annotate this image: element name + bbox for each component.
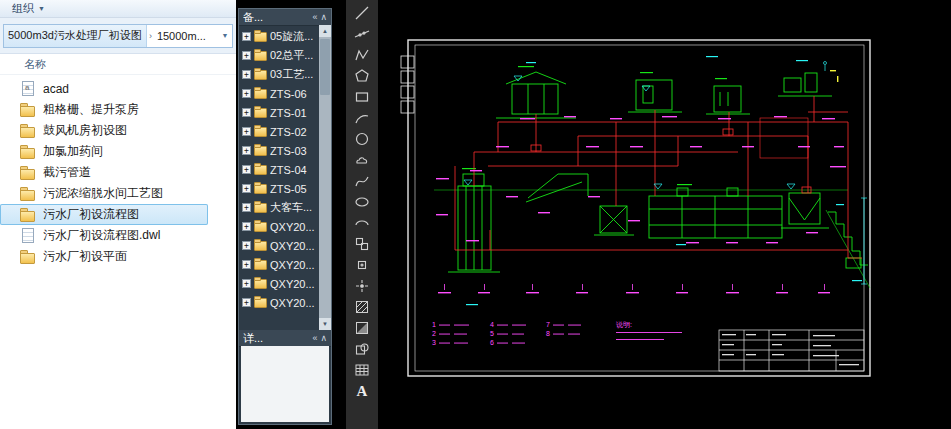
file-row[interactable]: 污泥浓缩脱水间工艺图: [0, 183, 208, 204]
ellipse-icon[interactable]: [351, 192, 373, 212]
polygon-icon[interactable]: [351, 66, 373, 86]
expand-plus-icon[interactable]: +: [242, 184, 251, 193]
expand-plus-icon[interactable]: +: [242, 241, 251, 250]
sheet-tree-item[interactable]: + ZTS-01: [239, 103, 319, 122]
spline-icon[interactable]: [351, 171, 373, 191]
breadcrumb-parent[interactable]: 5000m3d污水处理厂初设图: [4, 25, 147, 47]
svg-text:说明:: 说明:: [616, 321, 632, 329]
sheet-tree-item[interactable]: + 03工艺...: [239, 65, 319, 84]
process-units: [434, 66, 870, 288]
palette-scrollbar[interactable]: ▲ ▼: [319, 25, 331, 330]
sheet-name: 02总平...: [270, 48, 313, 63]
cad-canvas[interactable]: 1 2 3 4 5 6 7 8 说明:: [378, 0, 951, 429]
sheet-tree-item[interactable]: + ZTS-03: [239, 141, 319, 160]
sheet-tree-item[interactable]: + QXY20...: [239, 255, 319, 274]
region-icon[interactable]: [351, 339, 373, 359]
insert-block-icon[interactable]: [351, 234, 373, 254]
sheet-tree-item[interactable]: + ZTS-02: [239, 122, 319, 141]
draw-toolbar: A: [346, 0, 378, 429]
collapse-up-icon[interactable]: ∧: [320, 333, 327, 343]
make-block-icon[interactable]: [351, 255, 373, 275]
multiline-text-icon[interactable]: A: [351, 381, 373, 401]
expand-plus-icon[interactable]: +: [242, 70, 251, 79]
file-row[interactable]: 加氯加药间: [0, 141, 208, 162]
ellipse-arc-icon[interactable]: [351, 213, 373, 233]
sheet-tree-item[interactable]: + 02总平...: [239, 46, 319, 65]
palette-header: 备... « ∧: [239, 9, 331, 26]
expand-plus-icon[interactable]: +: [242, 260, 251, 269]
file-name: 污泥浓缩脱水间工艺图: [43, 185, 163, 202]
breadcrumb-current[interactable]: 15000m...: [154, 30, 209, 42]
file-icon: [20, 102, 36, 117]
sheet-tree-item[interactable]: + QXY20...: [239, 293, 319, 312]
palette-title: 备...: [243, 10, 309, 25]
expand-plus-icon[interactable]: +: [242, 146, 251, 155]
sheet-name: QXY20...: [270, 297, 315, 309]
expand-plus-icon[interactable]: +: [242, 165, 251, 174]
folder-icon: [254, 89, 267, 99]
file-icon: [20, 123, 36, 138]
line-icon[interactable]: [351, 3, 373, 23]
scrollbar-thumb[interactable]: [320, 39, 330, 95]
collapse-up-icon[interactable]: ∧: [320, 12, 327, 22]
file-row[interactable]: 污水厂初设流程图.dwl: [0, 225, 208, 246]
table-icon[interactable]: [351, 360, 373, 380]
cad-drawing: 1 2 3 4 5 6 7 8 说明:: [378, 0, 951, 429]
expand-plus-icon[interactable]: +: [242, 298, 251, 307]
folder-icon: [254, 70, 267, 80]
folder-icon: [254, 279, 267, 289]
hatch-icon[interactable]: [351, 297, 373, 317]
expand-plus-icon[interactable]: +: [242, 51, 251, 60]
folder-icon: [254, 127, 267, 137]
file-row[interactable]: 截污管道: [0, 162, 208, 183]
file-name: 粗格栅、提升泵房: [43, 101, 139, 118]
construction-line-icon[interactable]: [351, 24, 373, 44]
scroll-up-icon[interactable]: ▲: [319, 25, 331, 37]
file-row[interactable]: acad: [0, 78, 208, 99]
file-name: 污水厂初设流程图.dwl: [43, 227, 160, 244]
svg-text:1: 1: [432, 321, 436, 328]
sheet-name: ZTS-03: [270, 145, 307, 157]
sheet-name: QXY20...: [270, 259, 315, 271]
file-row[interactable]: 污水厂初设平面: [0, 246, 208, 267]
sheet-tree-item[interactable]: + ZTS-04: [239, 160, 319, 179]
sheet-tree-item[interactable]: + 05旋流...: [239, 27, 319, 46]
expand-plus-icon[interactable]: +: [242, 32, 251, 41]
rectangle-icon[interactable]: [351, 87, 373, 107]
file-row[interactable]: 粗格栅、提升泵房: [0, 99, 208, 120]
circle-icon[interactable]: [351, 129, 373, 149]
revision-cloud-icon[interactable]: [351, 150, 373, 170]
file-icon: [20, 207, 36, 222]
file-row[interactable]: 鼓风机房初设图: [0, 120, 208, 141]
point-icon[interactable]: [351, 276, 373, 296]
sheet-name: QXY20...: [270, 278, 315, 290]
address-dropdown-icon[interactable]: ▼: [218, 32, 232, 39]
breadcrumb[interactable]: 5000m3d污水处理厂初设图 › 15000m... ▼: [3, 24, 233, 48]
name-column-header[interactable]: 名称: [0, 54, 236, 75]
folder-icon: [254, 108, 267, 118]
expand-plus-icon[interactable]: +: [242, 89, 251, 98]
gradient-icon[interactable]: [351, 318, 373, 338]
expand-plus-icon[interactable]: +: [242, 203, 251, 212]
sheet-tree: + 05旋流... + 02总平... + 03工艺... + ZTS-06: [239, 25, 319, 330]
expand-plus-icon[interactable]: +: [242, 222, 251, 231]
collapse-left-icon[interactable]: «: [312, 12, 317, 22]
collapse-left-icon[interactable]: «: [312, 333, 317, 343]
expand-plus-icon[interactable]: +: [242, 127, 251, 136]
folder-icon: [254, 146, 267, 156]
sheet-name: 05旋流...: [270, 29, 313, 44]
sheet-tree-item[interactable]: + QXY20...: [239, 236, 319, 255]
polyline-icon[interactable]: [351, 45, 373, 65]
scroll-down-icon[interactable]: ▼: [319, 318, 331, 330]
expand-plus-icon[interactable]: +: [242, 279, 251, 288]
organize-button[interactable]: 组织 ▼: [7, 0, 50, 17]
sheet-tree-item[interactable]: + QXY20...: [239, 217, 319, 236]
expand-plus-icon[interactable]: +: [242, 108, 251, 117]
sheet-tree-item[interactable]: + 大客车...: [239, 198, 319, 217]
sheet-tree-item[interactable]: + ZTS-06: [239, 84, 319, 103]
sheet-tree-item[interactable]: + QXY20...: [239, 274, 319, 293]
folder-icon: [254, 51, 267, 61]
sheet-tree-item[interactable]: + ZTS-05: [239, 179, 319, 198]
arc-icon[interactable]: [351, 108, 373, 128]
file-row[interactable]: 污水厂初设流程图: [0, 204, 208, 225]
